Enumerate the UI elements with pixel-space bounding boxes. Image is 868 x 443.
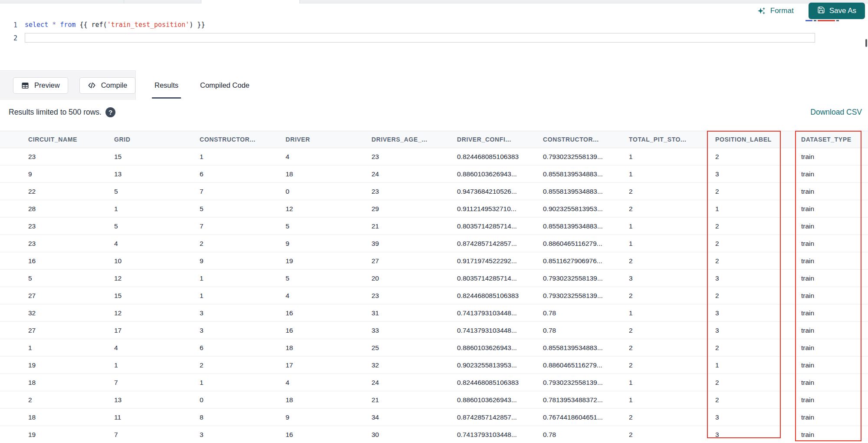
code-line-2-cursor-box[interactable] bbox=[25, 33, 815, 43]
column-header: DRIVERS_AGE_... bbox=[363, 131, 448, 148]
preview-button[interactable]: Preview bbox=[13, 77, 68, 94]
save-as-button[interactable]: Save As bbox=[809, 3, 865, 19]
table-cell: 13 bbox=[105, 391, 191, 408]
tab-results[interactable]: Results bbox=[153, 70, 180, 100]
table-cell: 9 bbox=[277, 235, 363, 252]
column-header: DATASET_TYPE bbox=[792, 131, 868, 148]
table-cell: 0.7930232558139... bbox=[534, 374, 620, 391]
code-token: ) bbox=[189, 21, 193, 29]
table-cell: 0.7813953488372... bbox=[534, 391, 620, 408]
table-row: 3212316310.7413793103448...0.7813train bbox=[0, 304, 868, 322]
table-cell: train bbox=[792, 339, 868, 356]
table-cell: 2 bbox=[707, 235, 792, 252]
table-cell: 0.7674418604651... bbox=[534, 409, 620, 426]
table-cell: 0.78 bbox=[534, 304, 620, 321]
table-cell: 0.78 bbox=[534, 322, 620, 339]
save-icon bbox=[817, 6, 825, 16]
table-cell: 1 bbox=[620, 374, 707, 391]
compile-button[interactable]: Compile bbox=[79, 77, 136, 94]
table-cell: 2 bbox=[707, 287, 792, 304]
table-cell: 1 bbox=[20, 339, 105, 356]
table-cell: 0.8860465116279... bbox=[534, 357, 620, 374]
table-cell: train bbox=[792, 270, 868, 287]
format-button[interactable]: Format bbox=[757, 7, 794, 15]
column-header: CONSTRUCTOR... bbox=[534, 131, 620, 148]
table-cell: 3 bbox=[707, 270, 792, 287]
download-csv-link[interactable]: Download CSV bbox=[810, 108, 862, 117]
help-icon[interactable]: ? bbox=[105, 107, 115, 117]
minimap-code-mark bbox=[806, 20, 812, 21]
table-cell: 32 bbox=[20, 304, 105, 321]
table-cell: 1 bbox=[191, 287, 277, 304]
table-cell: 19 bbox=[20, 357, 105, 374]
compile-button-label: Compile bbox=[101, 81, 128, 89]
table-cell: 23 bbox=[20, 218, 105, 235]
table-cell: 1 bbox=[707, 200, 792, 217]
table-row: 213018210.8860103626943...0.781395348837… bbox=[0, 391, 868, 409]
code-token: 'train_test_position' bbox=[107, 21, 190, 29]
table-cell: 27 bbox=[20, 322, 105, 339]
code-token: {{ bbox=[79, 21, 91, 29]
column-header: CONSTRUCTOR... bbox=[191, 131, 277, 148]
table-cell: 2 bbox=[191, 235, 277, 252]
table-cell: 17 bbox=[277, 357, 363, 374]
table-cell: 2 bbox=[707, 374, 792, 391]
active-editor-tab[interactable] bbox=[201, 0, 299, 3]
table-cell: 7 bbox=[105, 426, 191, 443]
column-header: CIRCUIT_NAME bbox=[20, 131, 105, 148]
table-cell: 3 bbox=[191, 322, 277, 339]
code-token: select bbox=[25, 21, 48, 29]
table-cell: 33 bbox=[363, 322, 448, 339]
save-as-label: Save As bbox=[829, 7, 856, 15]
tab-divider bbox=[299, 0, 300, 3]
table-cell: 0.7413793103448... bbox=[448, 426, 534, 443]
table-row: 281512290.9112149532710...0.902325581395… bbox=[0, 200, 868, 218]
table-row: 913618240.8860103626943...0.855813953488… bbox=[0, 165, 868, 183]
table-cell: 7 bbox=[191, 183, 277, 200]
table-cell: 21 bbox=[363, 218, 448, 235]
table-cell: train bbox=[792, 235, 868, 252]
tab-divider bbox=[124, 0, 124, 3]
table-cell: 4 bbox=[277, 148, 363, 165]
table-cell: 0.8558139534883... bbox=[534, 165, 620, 182]
table-cell: train bbox=[792, 218, 868, 235]
table-cell: 1 bbox=[105, 357, 191, 374]
table-cell: 5 bbox=[277, 218, 363, 235]
editor-scrollbar-mark[interactable] bbox=[865, 39, 867, 47]
tab-results-label: Results bbox=[155, 81, 178, 89]
table-cell: 2 bbox=[20, 391, 105, 408]
table-cell: train bbox=[792, 252, 868, 269]
table-cell: 10 bbox=[105, 252, 191, 269]
table-cell: 1 bbox=[620, 304, 707, 321]
table-grid-icon bbox=[21, 82, 29, 89]
table-cell: 2 bbox=[620, 409, 707, 426]
table-row: 181189340.8742857142857...0.767441860465… bbox=[0, 409, 868, 426]
table-cell: 2 bbox=[620, 426, 707, 443]
table-cell: train bbox=[792, 165, 868, 182]
table-cell: 0.8860103626943... bbox=[448, 391, 534, 408]
table-row: 18714240.8244680851063830.7930232558139.… bbox=[0, 374, 868, 391]
table-cell: 1 bbox=[620, 235, 707, 252]
table-cell: 0.8742857142857... bbox=[448, 235, 534, 252]
table-cell: 0 bbox=[191, 391, 277, 408]
table-cell: 6 bbox=[191, 339, 277, 356]
table-cell: 0.9473684210526... bbox=[448, 183, 534, 200]
editor-minimap[interactable] bbox=[806, 20, 858, 26]
table-cell: 16 bbox=[277, 426, 363, 443]
format-button-label: Format bbox=[770, 7, 794, 15]
table-cell: 18 bbox=[277, 165, 363, 182]
table-cell: 2 bbox=[620, 357, 707, 374]
code-line-1[interactable]: select * from {{ ref('train_test_positio… bbox=[25, 21, 205, 29]
table-cell: 0.7930232558139... bbox=[534, 148, 620, 165]
table-cell: 4 bbox=[105, 235, 191, 252]
table-cell: 0.8860103626943... bbox=[448, 339, 534, 356]
column-header: POSITION_LABEL bbox=[707, 131, 792, 148]
table-cell: 2 bbox=[620, 322, 707, 339]
table-cell: 0.8558139534883... bbox=[534, 339, 620, 356]
table-cell: train bbox=[792, 287, 868, 304]
table-cell: 1 bbox=[620, 391, 707, 408]
table-cell: 3 bbox=[191, 304, 277, 321]
table-cell: 5 bbox=[20, 270, 105, 287]
table-cell: 32 bbox=[363, 357, 448, 374]
tab-compiled-code[interactable]: Compiled Code bbox=[198, 70, 251, 100]
